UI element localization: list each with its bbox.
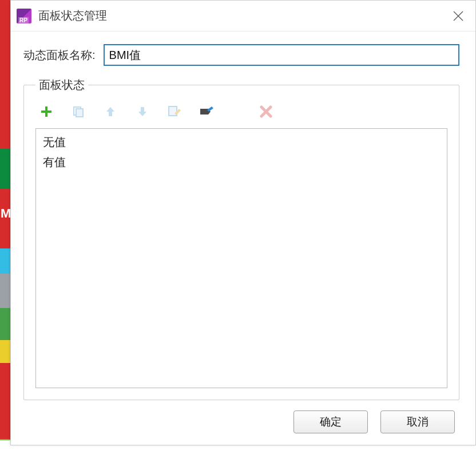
duplicate-icon [72, 105, 85, 118]
bg-strip [0, 340, 10, 363]
move-down-button[interactable] [135, 104, 150, 119]
arrow-down-icon [136, 105, 149, 118]
fieldset-legend: 面板状态 [35, 77, 88, 93]
list-item[interactable]: 无值 [42, 132, 441, 152]
bg-strip [0, 149, 10, 189]
svg-rect-5 [76, 109, 83, 117]
ok-button[interactable]: 确定 [293, 410, 368, 433]
states-toolbar [35, 102, 447, 128]
edit-state-button[interactable] [167, 104, 182, 119]
close-button[interactable] [441, 1, 475, 31]
name-label: 动态面板名称: [23, 48, 96, 63]
arrow-up-icon [104, 105, 117, 118]
add-state-button[interactable] [39, 104, 54, 119]
edit-icon [168, 105, 181, 118]
rename-state-button[interactable] [199, 104, 214, 119]
dialog-body: 动态面板名称: 面板状态 [11, 31, 475, 445]
bg-strip [0, 248, 10, 274]
bg-strip [0, 363, 10, 449]
panel-name-input[interactable] [104, 44, 459, 66]
delete-state-button[interactable] [259, 104, 273, 119]
panel-states-fieldset: 面板状态 [23, 77, 459, 400]
rename-icon [199, 105, 214, 118]
add-icon [40, 105, 53, 118]
close-icon [453, 11, 463, 21]
state-list[interactable]: 无值 有值 [35, 128, 447, 388]
svg-rect-3 [41, 110, 51, 113]
cancel-button[interactable]: 取消 [380, 410, 455, 433]
bg-strip [0, 274, 10, 308]
titlebar: 面板状态管理 [11, 1, 475, 31]
app-icon [17, 9, 31, 23]
duplicate-state-button[interactable] [71, 104, 86, 119]
name-row: 动态面板名称: [23, 44, 459, 66]
bg-strip [0, 308, 10, 340]
list-item[interactable]: 有值 [42, 152, 441, 172]
panel-state-manager-dialog: 面板状态管理 动态面板名称: 面板状态 [10, 0, 476, 445]
window-title: 面板状态管理 [38, 8, 107, 23]
delete-icon [260, 105, 272, 118]
dialog-footer: 确定 取消 [23, 400, 459, 436]
move-up-button[interactable] [103, 104, 118, 119]
bg-partial-text: M [0, 206, 10, 221]
